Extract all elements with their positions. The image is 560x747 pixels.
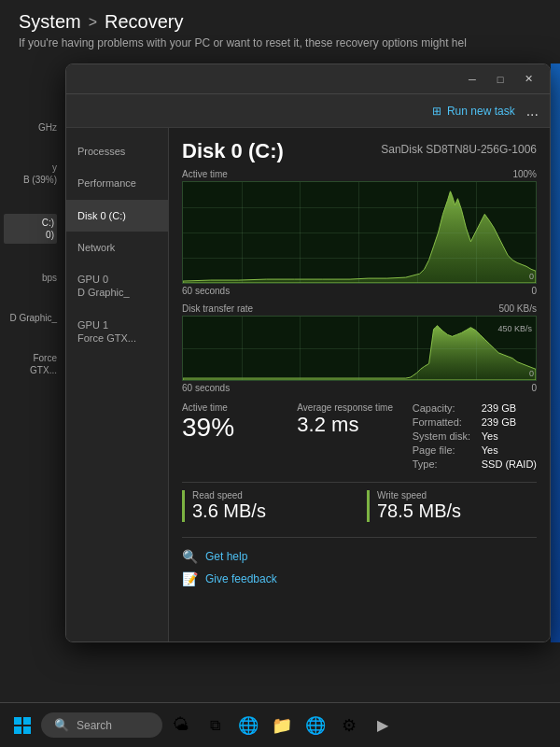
transfer-rate-label: Disk transfer rate xyxy=(182,303,253,314)
transfer-rate-label-row: Disk transfer rate 500 KB/s xyxy=(182,303,537,314)
svg-rect-4 xyxy=(14,726,21,734)
taskbar-settings-button[interactable]: ⚙ xyxy=(334,711,364,740)
disk-title: Disk 0 (C:) xyxy=(182,139,284,163)
maximize-button[interactable]: □ xyxy=(486,69,514,90)
capacity-row: Capacity: 239 GB xyxy=(413,402,537,414)
system-disk-row: System disk: Yes xyxy=(413,430,537,442)
type-value: SSD (RAID) xyxy=(482,458,537,470)
sidebar-item-network[interactable]: Network xyxy=(66,232,168,263)
read-speed-block: Read speed 3.6 MB/s xyxy=(182,490,352,522)
transfer-rate-time-label: 60 seconds xyxy=(182,383,230,393)
disk-model: SanDisk SD8TN8U-256G-1006 xyxy=(381,143,537,156)
titlebar: ─ □ ✕ xyxy=(66,64,550,94)
active-time-stat: Active time 39% xyxy=(182,402,282,472)
task-manager-window: ─ □ ✕ ⊞ Run new task ... Processes Perfo… xyxy=(65,63,551,642)
run-new-task-label: Run new task xyxy=(447,105,515,118)
toolbar: ⊞ Run new task ... xyxy=(66,94,550,128)
give-feedback-icon: 📝 xyxy=(182,571,198,586)
start-button[interactable] xyxy=(7,711,37,740)
close-button[interactable]: ✕ xyxy=(514,69,542,90)
speed-row: Read speed 3.6 MB/s Write speed 78.5 MB/… xyxy=(182,482,537,522)
write-speed-label: Write speed xyxy=(377,490,537,500)
tm-content: Processes Performance Disk 0 (C:) Networ… xyxy=(66,128,550,641)
write-speed-value: 78.5 MB/s xyxy=(377,500,537,522)
page-file-value: Yes xyxy=(482,444,498,456)
svg-rect-5 xyxy=(23,726,31,734)
page-file-row: Page file: Yes xyxy=(413,444,537,456)
read-speed-label: Read speed xyxy=(192,490,352,500)
transfer-rate-bottom: 60 seconds 0 xyxy=(182,383,537,393)
active-time-section: Active time 100% xyxy=(182,169,537,296)
breadcrumb-parent[interactable]: System xyxy=(19,11,81,33)
give-feedback-label: Give feedback xyxy=(205,572,277,585)
tm-sidebar: Processes Performance Disk 0 (C:) Networ… xyxy=(66,128,169,641)
active-time-time-label: 60 seconds xyxy=(182,286,230,296)
formatted-label: Formatted: xyxy=(413,416,478,428)
more-options-button[interactable]: ... xyxy=(526,103,539,120)
sidebar-item-gpu[interactable]: GPU 0D Graphic_ xyxy=(66,263,168,309)
sidebar-item-disk[interactable]: Disk 0 (C:) xyxy=(66,200,168,232)
give-feedback-link[interactable]: 📝 Give feedback xyxy=(182,568,537,590)
settings-header: System > Recovery If you're having probl… xyxy=(0,0,560,61)
transfer-rate-annotation: 450 KB/s xyxy=(497,324,532,333)
tm-main-panel: Disk 0 (C:) SanDisk SD8TN8U-256G-1006 Ac… xyxy=(169,128,550,641)
capacity-label: Capacity: xyxy=(413,402,478,414)
sidebar-label-4: D Graphic_ xyxy=(4,312,57,324)
disk-title-block: Disk 0 (C:) xyxy=(182,139,284,163)
run-new-task-icon: ⊞ xyxy=(432,105,441,118)
search-icon: 🔍 xyxy=(54,718,69,732)
get-help-icon: 🔍 xyxy=(182,549,198,564)
transfer-rate-zero: 0 xyxy=(529,369,534,378)
transfer-rate-max: 500 KB/s xyxy=(498,303,537,314)
get-help-label: Get help xyxy=(205,550,247,563)
svg-rect-3 xyxy=(23,717,31,725)
transfer-rate-chart: 450 KB/s 0 xyxy=(182,316,537,381)
right-stats: Capacity: 239 GB Formatted: 239 GB Syste… xyxy=(413,402,537,472)
breadcrumb-separator: > xyxy=(89,14,97,31)
get-help-link[interactable]: 🔍 Get help xyxy=(182,545,537,568)
active-time-chart: 0 xyxy=(182,181,537,284)
active-time-bottom: 60 seconds 0 xyxy=(182,286,537,296)
sidebar-labels: GHz yB (39%) C:)0) bps D Graphic_ Force … xyxy=(0,112,61,386)
formatted-row: Formatted: 239 GB xyxy=(413,416,537,428)
system-disk-label: System disk: xyxy=(413,430,478,442)
sidebar-label-5: Force GTX... xyxy=(4,352,57,376)
avg-response-stat: Average response time 3.2 ms xyxy=(297,402,397,472)
write-speed-block: Write speed 78.5 MB/s xyxy=(367,490,537,522)
windows-icon xyxy=(14,717,31,734)
taskbar-search[interactable]: 🔍 Search xyxy=(41,712,162,738)
disk-header: Disk 0 (C:) SanDisk SD8TN8U-256G-1006 xyxy=(182,139,537,163)
window-controls: ─ □ ✕ xyxy=(458,69,542,90)
taskbar: 🔍 Search 🌤 ⧉ 🌐 📁 🌐 ⚙ ▶ xyxy=(0,702,560,747)
taskview-button[interactable]: ⧉ xyxy=(200,711,230,740)
sidebar-item-performance[interactable]: Performance xyxy=(66,167,168,199)
sidebar-label-2[interactable]: C:)0) xyxy=(4,214,57,244)
taskbar-icon-extra2[interactable]: ▶ xyxy=(368,711,398,740)
breadcrumb-current: Recovery xyxy=(105,11,183,33)
settings-subtitle: If you're having problems with your PC o… xyxy=(19,36,541,49)
blue-accent xyxy=(551,63,560,642)
active-time-label: Active time xyxy=(182,169,228,179)
minimize-button[interactable]: ─ xyxy=(458,69,486,90)
avg-response-stat-label: Average response time xyxy=(297,402,397,413)
sidebar-label-1: yB (39%) xyxy=(4,162,57,186)
active-time-label-row: Active time 100% xyxy=(182,169,537,179)
active-time-stat-value: 39% xyxy=(182,415,282,441)
read-speed-value: 3.6 MB/s xyxy=(192,500,352,522)
system-disk-value: Yes xyxy=(482,430,498,442)
type-label: Type: xyxy=(413,458,478,470)
active-time-stat-label: Active time xyxy=(182,402,282,413)
taskbar-icon-extra1[interactable]: 🌐 xyxy=(301,711,330,740)
widgets-button[interactable]: 🌤 xyxy=(166,711,196,740)
breadcrumb: System > Recovery xyxy=(19,11,541,33)
formatted-value: 239 GB xyxy=(482,416,516,428)
search-label: Search xyxy=(77,719,112,732)
edge-button[interactable]: 🌐 xyxy=(233,711,263,740)
stats-row: Active time 39% Average response time 3.… xyxy=(182,402,537,472)
run-new-task-button[interactable]: ⊞ Run new task xyxy=(432,105,515,118)
active-time-zero-label: 0 xyxy=(529,272,534,281)
sidebar-label-0: GHz xyxy=(4,121,57,134)
file-explorer-button[interactable]: 📁 xyxy=(267,711,297,740)
sidebar-item-processes[interactable]: Processes xyxy=(66,135,168,167)
sidebar-item-gpu2[interactable]: GPU 1Force GTX... xyxy=(66,309,168,355)
